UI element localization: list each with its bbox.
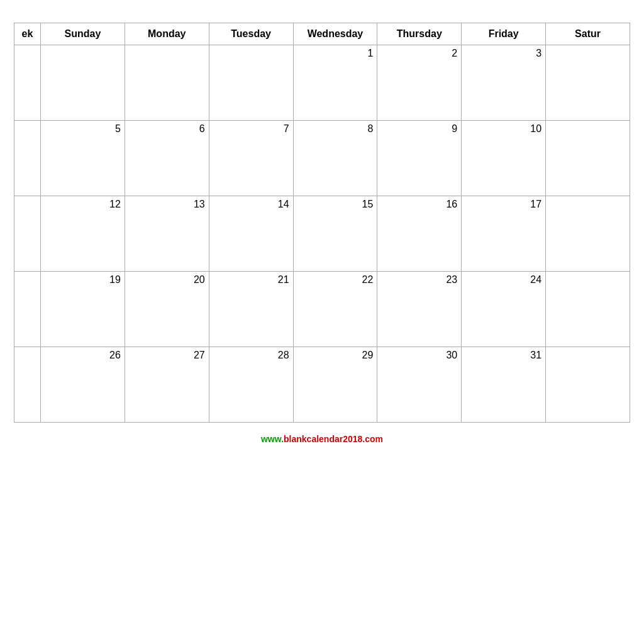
header-saturday: Satur: [546, 23, 630, 45]
calendar-cell: 30: [377, 347, 462, 423]
calendar-cell: 26: [41, 347, 125, 423]
header-thursday: Thursday: [377, 23, 462, 45]
calendar-body: 1235678910121314151617192021222324262728…: [14, 45, 630, 423]
day-number: 10: [465, 123, 541, 135]
calendar-cell: 5: [41, 121, 125, 196]
day-number: 31: [465, 350, 541, 361]
footer-url-green: www.: [261, 434, 284, 444]
calendar-cell: 7: [209, 121, 293, 196]
calendar-cell: 27: [125, 347, 209, 423]
day-number: 14: [213, 199, 289, 210]
header-tuesday: Tuesday: [209, 23, 293, 45]
calendar-cell: [41, 45, 125, 121]
calendar-cell: 21: [209, 272, 293, 347]
calendar-cell: 10: [462, 121, 546, 196]
calendar-row: 123: [14, 45, 630, 121]
header-week: ek: [14, 23, 41, 45]
calendar-cell: 6: [125, 121, 209, 196]
calendar-cell: [546, 196, 630, 272]
calendar-cell: [209, 45, 293, 121]
day-number: 6: [129, 123, 205, 135]
day-number: 20: [129, 274, 205, 286]
calendar-cell: 31: [462, 347, 546, 423]
day-number: 13: [129, 199, 205, 210]
header-row: ek Sunday Monday Tuesday Wednesday Thurs…: [14, 23, 630, 45]
calendar-cell: 17: [462, 196, 546, 272]
day-number: 12: [45, 199, 121, 210]
calendar-cell: [14, 347, 41, 423]
day-number: 26: [45, 350, 121, 361]
calendar-cell: 2: [377, 45, 462, 121]
day-number: 27: [129, 350, 205, 361]
day-number: 16: [381, 199, 457, 210]
calendar-cell: [125, 45, 209, 121]
day-number: 21: [213, 274, 289, 286]
day-number: 9: [381, 123, 457, 135]
header-wednesday: Wednesday: [293, 23, 377, 45]
calendar-wrapper: ek Sunday Monday Tuesday Wednesday Thurs…: [14, 23, 630, 423]
calendar-cell: 20: [125, 272, 209, 347]
day-number: 7: [213, 123, 289, 135]
day-number: 23: [381, 274, 457, 286]
calendar-cell: 12: [41, 196, 125, 272]
calendar-cell: 28: [209, 347, 293, 423]
calendar-row: 121314151617: [14, 196, 630, 272]
day-number: 24: [465, 274, 541, 286]
header-sunday: Sunday: [41, 23, 125, 45]
calendar-row: 262728293031: [14, 347, 630, 423]
calendar-cell: 9: [377, 121, 462, 196]
calendar-cell: 19: [41, 272, 125, 347]
calendar-cell: [546, 45, 630, 121]
calendar-cell: 16: [377, 196, 462, 272]
calendar-cell: 24: [462, 272, 546, 347]
calendar-cell: 23: [377, 272, 462, 347]
footer-url-red: blankcalendar2018.com: [284, 434, 383, 444]
day-number: 15: [297, 199, 374, 210]
calendar-cell: [14, 272, 41, 347]
day-number: 1: [297, 48, 374, 59]
calendar-cell: [14, 196, 41, 272]
day-number: 3: [465, 48, 541, 59]
day-number: 5: [45, 123, 121, 135]
day-number: 30: [381, 350, 457, 361]
calendar-cell: [14, 121, 41, 196]
header-friday: Friday: [462, 23, 546, 45]
calendar-cell: 8: [293, 121, 377, 196]
calendar-cell: 15: [293, 196, 377, 272]
calendar-cell: [546, 347, 630, 423]
calendar-cell: 1: [293, 45, 377, 121]
calendar-cell: 29: [293, 347, 377, 423]
calendar-table: ek Sunday Monday Tuesday Wednesday Thurs…: [14, 23, 630, 423]
day-number: 22: [297, 274, 374, 286]
day-number: 28: [213, 350, 289, 361]
calendar-cell: 3: [462, 45, 546, 121]
footer: www.blankcalendar2018.com: [261, 434, 383, 444]
calendar-cell: [546, 272, 630, 347]
calendar-cell: 13: [125, 196, 209, 272]
calendar-row: 192021222324: [14, 272, 630, 347]
header-monday: Monday: [125, 23, 209, 45]
calendar-row: 5678910: [14, 121, 630, 196]
day-number: 8: [297, 123, 374, 135]
day-number: 29: [297, 350, 374, 361]
calendar-cell: [14, 45, 41, 121]
calendar-cell: 14: [209, 196, 293, 272]
day-number: 17: [465, 199, 541, 210]
day-number: 19: [45, 274, 121, 286]
calendar-cell: [546, 121, 630, 196]
calendar-cell: 22: [293, 272, 377, 347]
day-number: 2: [381, 48, 457, 59]
